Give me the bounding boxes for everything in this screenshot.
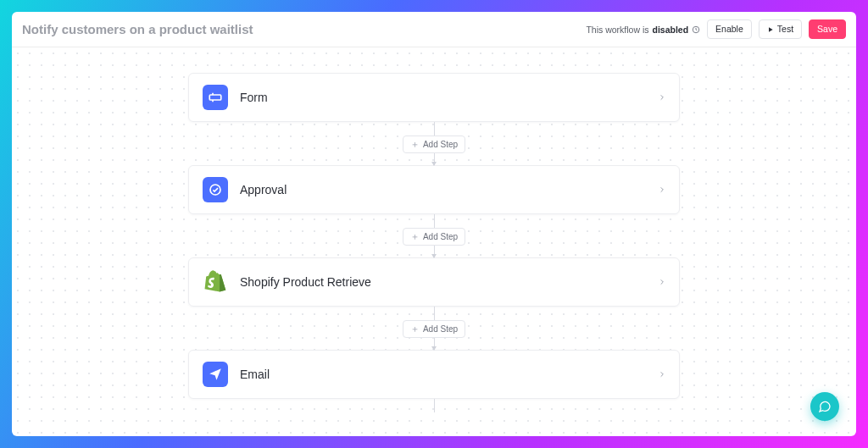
step-card-shopify[interactable]: Shopify Product Retrieve xyxy=(188,257,680,307)
plus-icon: ＋ xyxy=(410,140,420,149)
add-step-label: Add Step xyxy=(423,141,458,149)
workflow-flow: Form ＋ Add Step Approval ＋ Add Step xyxy=(188,73,680,412)
enable-button[interactable]: Enable xyxy=(707,19,752,39)
test-button-label: Test xyxy=(777,25,793,34)
workflow-editor: Notify customers on a product waitlist T… xyxy=(12,12,856,436)
chevron-right-icon xyxy=(659,369,665,379)
add-step-button[interactable]: ＋ Add Step xyxy=(403,320,465,338)
connector xyxy=(434,214,435,228)
status-prefix: This workflow is xyxy=(586,25,648,35)
connector xyxy=(434,122,435,136)
help-chat-button[interactable] xyxy=(810,392,839,421)
status-value: disabled xyxy=(652,25,688,35)
connector xyxy=(434,399,435,412)
svg-rect-1 xyxy=(209,95,221,100)
play-icon xyxy=(767,26,774,33)
step-label: Approval xyxy=(240,183,647,196)
add-step-label: Add Step xyxy=(423,233,458,241)
test-button[interactable]: Test xyxy=(759,19,802,39)
connector-arrow xyxy=(434,153,435,165)
email-icon xyxy=(203,362,228,387)
chevron-right-icon xyxy=(659,92,665,102)
step-label: Shopify Product Retrieve xyxy=(240,275,647,289)
step-card-approval[interactable]: Approval xyxy=(188,165,680,214)
editor-header: Notify customers on a product waitlist T… xyxy=(12,12,856,47)
connector-arrow xyxy=(434,338,435,350)
form-icon xyxy=(203,85,228,110)
plus-icon: ＋ xyxy=(410,324,420,334)
workflow-title: Notify customers on a product waitlist xyxy=(22,22,253,36)
add-step-button[interactable]: ＋ Add Step xyxy=(403,136,465,153)
plus-icon: ＋ xyxy=(410,232,420,241)
workflow-canvas[interactable]: Form ＋ Add Step Approval ＋ Add Step xyxy=(12,47,856,436)
add-step-label: Add Step xyxy=(423,325,458,334)
step-card-email[interactable]: Email xyxy=(188,350,680,399)
add-step-button[interactable]: ＋ Add Step xyxy=(403,228,465,246)
step-label: Email xyxy=(240,368,647,381)
chevron-right-icon xyxy=(659,277,665,287)
chevron-right-icon xyxy=(659,185,665,195)
shopify-icon xyxy=(203,269,228,295)
step-card-form[interactable]: Form xyxy=(188,73,680,122)
chat-bubble-icon xyxy=(818,400,832,413)
header-actions: This workflow is disabled Enable Test Sa… xyxy=(586,19,846,39)
connector xyxy=(434,307,435,320)
clock-icon xyxy=(692,25,700,34)
connector-arrow xyxy=(434,246,435,257)
save-button[interactable]: Save xyxy=(809,19,846,39)
step-label: Form xyxy=(240,91,647,104)
approval-icon xyxy=(203,177,228,202)
workflow-status: This workflow is disabled xyxy=(586,25,700,35)
